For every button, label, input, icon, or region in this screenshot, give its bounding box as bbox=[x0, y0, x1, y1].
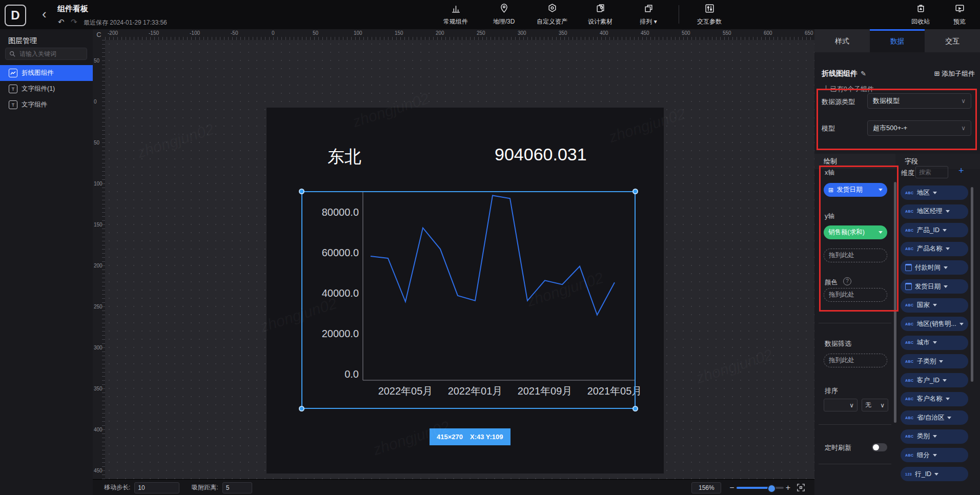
field-pill[interactable]: ABC客户名称 bbox=[901, 392, 968, 406]
y-axis-label: y轴 bbox=[825, 212, 834, 221]
hruler-number: 400 bbox=[600, 30, 608, 36]
top-bar: D ‹ 组件看板 ↶ ↷ 最近保存 2024-01-29 17:33:56 常规… bbox=[0, 0, 980, 30]
sidebar-layer-item-1[interactable]: 折线图组件 bbox=[0, 65, 93, 81]
zoom-slider[interactable] bbox=[737, 487, 784, 489]
text-type-icon: ABC bbox=[905, 435, 914, 438]
field-name: 行_ID bbox=[915, 470, 931, 479]
toolbar-item-3[interactable]: 自定义资产 bbox=[533, 3, 571, 26]
zoom-slider-knob[interactable] bbox=[767, 484, 776, 493]
field-pill[interactable]: ABC地区(销售明... bbox=[901, 317, 968, 331]
toolbar-item-4[interactable]: 设计素材 bbox=[581, 3, 619, 26]
field-pill[interactable]: ABC产品名称 bbox=[901, 242, 968, 256]
text-type-icon: ABC bbox=[905, 341, 914, 344]
toolbar-item-1[interactable]: 常规组件 bbox=[437, 3, 475, 26]
field-pill[interactable]: 123行_ID bbox=[901, 467, 968, 481]
field-name: 细分 bbox=[917, 451, 930, 460]
subtab-draw[interactable]: 绘制 bbox=[814, 154, 895, 169]
hruler-number: 200 bbox=[436, 30, 444, 36]
toolbar-item-6[interactable]: 交互参数 bbox=[690, 3, 728, 26]
y-axis-drop-zone[interactable]: 拖到此处 bbox=[824, 249, 887, 262]
field-pill[interactable]: ABC客户_ID bbox=[901, 373, 968, 387]
toolbar-item-label: 地理/3D bbox=[493, 17, 515, 26]
toolbar-right-item-2[interactable]: 预览 bbox=[946, 3, 973, 26]
x-axis-field-pill[interactable]: ⊞ 发货日期 bbox=[824, 183, 887, 197]
ruler-corner-refresh-icon[interactable]: C bbox=[93, 29, 105, 40]
toolbar-item-label: 常规组件 bbox=[443, 17, 468, 26]
snap-distance-input[interactable] bbox=[222, 482, 252, 493]
back-button[interactable]: ‹ bbox=[42, 7, 47, 20]
field-name: 客户名称 bbox=[917, 395, 943, 403]
resize-handle-bottom-left[interactable] bbox=[299, 406, 304, 411]
field-pill[interactable]: ABC地区 bbox=[901, 185, 968, 200]
toolbar-item-label: 回收站 bbox=[911, 17, 930, 26]
layer-list: 折线图组件T文字组件(1)T文字组件 bbox=[0, 65, 93, 113]
selection-box[interactable] bbox=[301, 191, 636, 409]
field-pill[interactable]: ABC子类别 bbox=[901, 354, 968, 368]
filter-drop-zone[interactable]: 拖到此处 bbox=[824, 354, 887, 367]
hruler-number: 50 bbox=[313, 30, 318, 36]
field-name: 地区(销售明... bbox=[917, 320, 956, 328]
badge-position: X:43 Y:109 bbox=[470, 433, 503, 441]
field-pill[interactable]: ABC地区经理 bbox=[901, 204, 968, 219]
resize-handle-bottom-right[interactable] bbox=[632, 406, 638, 411]
text-icon: T bbox=[9, 85, 17, 93]
color-drop-zone[interactable]: 拖到此处 bbox=[824, 288, 887, 302]
model-label: 模型 bbox=[822, 124, 835, 133]
last-saved-text: 最近保存 2024-01-29 17:33:56 bbox=[84, 18, 167, 27]
auto-refresh-toggle[interactable] bbox=[872, 443, 887, 451]
fit-screen-icon[interactable] bbox=[797, 483, 805, 492]
zoom-level-select[interactable]: 156% bbox=[691, 482, 721, 493]
datasource-type-select[interactable]: 数据模型∨ bbox=[867, 93, 971, 109]
hruler-number: -100 bbox=[190, 30, 200, 36]
tab-3[interactable]: 交互 bbox=[925, 29, 980, 52]
sidebar-title: 图层管理 bbox=[8, 36, 37, 46]
text-type-icon: ABC bbox=[905, 360, 914, 363]
field-pill[interactable]: 发货日期 bbox=[901, 279, 968, 294]
resize-handle-top-right[interactable] bbox=[632, 189, 638, 194]
field-search-input[interactable] bbox=[915, 166, 948, 178]
sidebar-layer-item-2[interactable]: T文字组件(1) bbox=[0, 81, 93, 97]
tab-2[interactable]: 数据 bbox=[870, 29, 925, 52]
chevron-down-icon bbox=[946, 398, 950, 400]
right-panel: 样式数据交互 折线图组件✎ ⊞ 添加子组件 └ 已有0个子组件 数据源类型 数据… bbox=[814, 29, 980, 495]
hruler-number: -150 bbox=[149, 30, 159, 36]
field-list-scrollbar[interactable] bbox=[971, 187, 973, 382]
layer-item-label: 文字组件(1) bbox=[22, 85, 55, 93]
number-type-icon: 123 bbox=[905, 472, 912, 476]
chevron-down-icon bbox=[934, 473, 938, 476]
tab-1[interactable]: 样式 bbox=[814, 29, 870, 52]
add-subcomponent-button[interactable]: ⊞ 添加子组件 bbox=[934, 69, 975, 78]
resize-handle-top-left[interactable] bbox=[299, 189, 304, 194]
toolbar-item-2[interactable]: 地理/3D bbox=[485, 3, 523, 26]
zoom-in-button[interactable]: + bbox=[784, 483, 792, 492]
sidebar-layer-item-3[interactable]: T文字组件 bbox=[0, 97, 93, 113]
x-axis-label: x轴 bbox=[825, 169, 834, 177]
design-canvas[interactable]: 东北 904060.031 0.020000.040000.060000.080… bbox=[105, 40, 814, 479]
field-pill[interactable]: ABC细分 bbox=[901, 448, 968, 462]
edit-pencil-icon[interactable]: ✎ bbox=[861, 70, 866, 77]
field-pill[interactable]: ABC城市 bbox=[901, 336, 968, 350]
field-name: 发货日期 bbox=[915, 282, 941, 291]
toolbar-right-item-1[interactable]: 回收站 bbox=[907, 3, 934, 26]
y-axis-field-pill[interactable]: 销售额(求和) bbox=[824, 225, 887, 239]
chevron-down-icon bbox=[933, 304, 937, 306]
toolbar-item-5[interactable]: 排列 ▾ bbox=[629, 3, 667, 26]
field-pill[interactable]: 付款时间 bbox=[901, 260, 968, 275]
add-field-button[interactable]: + bbox=[958, 166, 964, 176]
sort-field-select[interactable]: ∨ bbox=[824, 399, 858, 411]
field-pill[interactable]: ABC国家 bbox=[901, 298, 968, 313]
field-pill[interactable]: ABC产品_ID bbox=[901, 223, 968, 237]
field-pill[interactable]: ABC省/自治区 bbox=[901, 410, 968, 425]
help-icon[interactable]: ? bbox=[843, 277, 851, 285]
draw-column-scrollbar[interactable] bbox=[894, 182, 896, 423]
redo-icon[interactable]: ↷ bbox=[71, 17, 77, 27]
model-select[interactable]: 超市500+-+∨ bbox=[867, 120, 971, 136]
undo-icon[interactable]: ↶ bbox=[58, 17, 65, 27]
field-pill[interactable]: ABC类别 bbox=[901, 429, 968, 444]
zoom-out-button[interactable]: − bbox=[727, 483, 736, 492]
sort-order-select[interactable]: 无∨ bbox=[862, 399, 888, 411]
vruler-number: 50 bbox=[94, 140, 99, 146]
layer-search-input[interactable] bbox=[18, 50, 82, 58]
app-logo-icon: D bbox=[5, 5, 26, 26]
move-step-input[interactable] bbox=[134, 482, 179, 493]
